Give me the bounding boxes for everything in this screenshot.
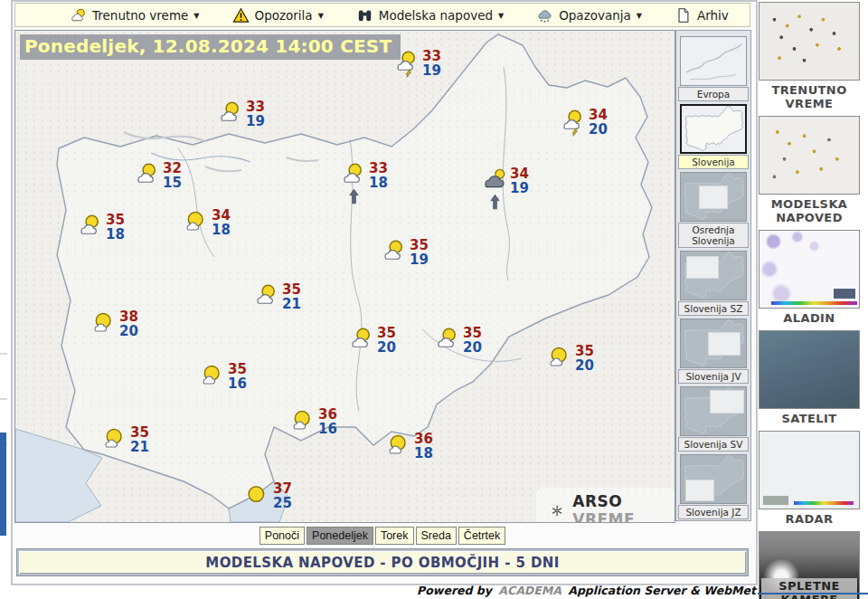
region-highlight (710, 390, 744, 414)
partly-cloudy-icon (78, 213, 103, 242)
sidebar-thumbnail[interactable] (759, 116, 860, 195)
product-sidebar: TRENUTNO VREME MODELSKA NAPOVED ALADIN S… (758, 2, 861, 599)
day-tab-sreda[interactable]: Sreda (416, 527, 457, 545)
sidebar-item-satelit[interactable]: SATELIT (758, 330, 861, 425)
region-label[interactable]: Slovenija SV (678, 437, 749, 452)
day-tab-ponedeljek[interactable]: Ponedeljek (307, 527, 373, 545)
chevron-down-icon: ▼ (318, 12, 324, 20)
temp-min: 21 (282, 297, 301, 311)
menu-item[interactable]: Trenutno vreme ▼ (70, 7, 200, 24)
temp-min: 19 (410, 252, 429, 267)
region-thumbnail[interactable] (680, 251, 747, 300)
model-forecast-banner[interactable]: MODELSKA NAPOVED - PO OBMOČJIH - 5 DNI (16, 548, 749, 576)
menu-item[interactable]: Modelska napoved ▼ (356, 7, 504, 24)
temp-min: 20 (589, 122, 608, 137)
weather-station-marker: 35 19 (382, 238, 429, 268)
weather-station-marker: 34 18 (184, 208, 231, 238)
region-selector-evropa[interactable]: Evropa (678, 36, 749, 101)
weather-station-marker: 35 20 (349, 326, 396, 356)
partly-cloudy-icon (382, 238, 407, 268)
logo-suffix: VREME (572, 510, 635, 523)
weather-map-canvas[interactable]: Ponedeljek, 12.08.2024 14:00 CEST 33 19 … (14, 30, 675, 523)
weather-station-marker: 35 20 (435, 326, 482, 356)
region-thumbnail[interactable] (680, 36, 747, 86)
temp-max: 38 (119, 309, 138, 324)
sidebar-item-trenutno[interactable]: TRENUTNO VREME (758, 2, 861, 110)
region-selector-slovenija-jv[interactable]: Slovenija JV (678, 319, 749, 384)
sidebar-item-kamere[interactable]: SPLETNE KAMERE (758, 531, 861, 599)
weather-station-marker: 33 19 (218, 100, 265, 129)
temp-min: 19 (246, 114, 265, 128)
temp-max: 32 (163, 161, 182, 176)
temp-max: 35 (463, 326, 482, 340)
menu-item[interactable]: Opozorila ▼ (232, 7, 324, 24)
weather-station-marker: 35 18 (78, 213, 125, 242)
sidebar-item-modelska[interactable]: MODELSKA NAPOVED (758, 116, 861, 224)
map-date-title: Ponedeljek, 12.08.2024 14:00 CEST (20, 34, 401, 60)
left-edge-tick (0, 398, 7, 400)
region-label[interactable]: Evropa (678, 87, 749, 101)
temp-min: 20 (377, 340, 396, 355)
sidebar-thumbnail[interactable]: SPLETNE KAMERE (759, 531, 860, 599)
region-label[interactable]: Slovenija JZ (678, 505, 749, 519)
temperature-pair: 33 19 (422, 49, 441, 78)
model-forecast-button[interactable]: MODELSKA NAPOVED - PO OBMOČJIH - 5 DNI (19, 551, 746, 574)
partly-cloudy-icon (349, 326, 374, 356)
arso-star-icon (551, 502, 563, 519)
sidebar-caption: MODELSKA NAPOVED (758, 197, 861, 224)
sidebar-thumbnail[interactable] (759, 2, 860, 81)
mostly-sunny-icon (200, 362, 225, 392)
weather-station-marker: 32 15 (135, 161, 182, 191)
region-selector-slovenija-jz[interactable]: Slovenija JZ (678, 454, 749, 519)
sunny-icon (245, 481, 270, 511)
left-edge-blue-bar (0, 433, 6, 536)
mostly-sunny-icon (184, 208, 209, 238)
sidebar-thumbnail[interactable] (759, 330, 860, 409)
region-label[interactable]: Slovenija JV (678, 369, 749, 384)
temp-min: 18 (414, 446, 433, 461)
region-highlight (685, 480, 714, 501)
region-thumb-map (681, 37, 746, 85)
temp-max: 33 (369, 161, 388, 176)
temp-min: 21 (130, 440, 149, 454)
region-selector-slovenija-sz[interactable]: Slovenija SZ (678, 251, 749, 316)
sidebar-thumbnail[interactable] (759, 230, 860, 309)
region-selector-slovenija-sv[interactable]: Slovenija SV (678, 386, 749, 452)
region-selector-slovenija[interactable]: Slovenija (678, 104, 749, 169)
region-highlight (699, 185, 728, 209)
region-thumbnail[interactable] (680, 454, 747, 504)
region-label[interactable]: Slovenija (678, 155, 749, 169)
region-label[interactable]: Slovenija SZ (678, 301, 749, 316)
menu-item[interactable]: Arhiv (675, 7, 729, 24)
model-forecast-label: MODELSKA NAPOVED - PO OBMOČJIH - 5 DNI (205, 555, 559, 571)
region-label[interactable]: Osrednja Slovenija (678, 223, 749, 248)
region-thumbnail[interactable] (680, 172, 747, 222)
day-tab-torek[interactable]: Torek (375, 527, 414, 545)
mostly-sunny-icon (102, 425, 127, 455)
temperature-pair: 32 15 (163, 161, 182, 190)
sidebar-item-aladin[interactable]: ALADIN (758, 230, 861, 325)
region-thumbnail[interactable] (680, 319, 747, 368)
menu-item[interactable]: Opazovanja ▼ (536, 7, 642, 24)
sidebar-thumbnail[interactable] (759, 431, 860, 509)
weather-station-marker: 34 20 (561, 108, 608, 138)
temp-min: 20 (463, 340, 482, 355)
temp-max: 34 (510, 166, 529, 181)
region-highlight (708, 332, 741, 356)
day-tab-četrtek[interactable]: Četrtek (458, 527, 505, 545)
sidebar-item-radar[interactable]: RADAR (758, 431, 861, 526)
cloud-sun-icon (70, 7, 87, 24)
region-thumbnail[interactable] (680, 386, 747, 436)
day-tab-ponoči[interactable]: Ponoči (259, 527, 305, 545)
weather-station-marker: 34 19 (482, 166, 529, 196)
temperature-pair: 34 18 (212, 208, 231, 237)
region-selector-osrednja-slovenija[interactable]: Osrednja Slovenija (678, 172, 749, 248)
temp-min: 16 (228, 376, 247, 391)
chevron-down-icon: ▼ (193, 12, 199, 20)
region-thumbnail[interactable] (680, 104, 747, 154)
temp-max: 34 (212, 208, 231, 223)
temp-min: 25 (273, 496, 292, 510)
temperature-pair: 35 20 (575, 344, 594, 373)
temp-min: 20 (575, 358, 594, 373)
temp-max: 33 (246, 100, 265, 114)
